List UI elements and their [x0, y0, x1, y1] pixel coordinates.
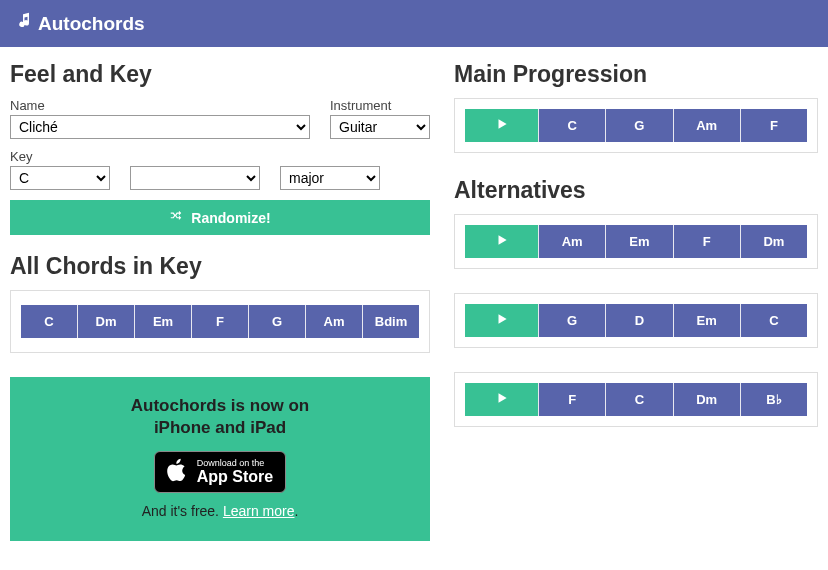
heading-alternatives: Alternatives — [454, 177, 818, 204]
randomize-button[interactable]: Randomize! — [10, 200, 430, 235]
play-button[interactable] — [465, 109, 539, 142]
chord-cell[interactable]: Em — [674, 304, 741, 337]
chord-cell[interactable]: B♭ — [741, 383, 807, 416]
chord-cell[interactable]: C — [606, 383, 673, 416]
brand[interactable]: Autochords — [14, 12, 145, 35]
topbar: Autochords — [0, 0, 828, 47]
chord-cell[interactable]: C — [21, 305, 78, 338]
chord-cell[interactable]: Am — [539, 225, 606, 258]
heading-main-progression: Main Progression — [454, 61, 818, 88]
main-progression-box: CGAmF — [454, 98, 818, 153]
promo-title: Autochords is now on iPhone and iPad — [30, 395, 410, 439]
chord-cell[interactable]: Dm — [78, 305, 135, 338]
chord-cell[interactable]: Em — [606, 225, 673, 258]
select-key-accidental[interactable] — [130, 166, 260, 190]
alternative-progression-box: AmEmFDm — [454, 214, 818, 269]
learn-more-link[interactable]: Learn more — [223, 503, 295, 519]
badge-big-text: App Store — [197, 468, 273, 486]
play-icon — [495, 117, 509, 135]
promo-box: Autochords is now on iPhone and iPad Dow… — [10, 377, 430, 541]
select-name[interactable]: Cliché — [10, 115, 310, 139]
randomize-label: Randomize! — [191, 210, 270, 226]
select-key-root[interactable]: C — [10, 166, 110, 190]
chord-cell[interactable]: F — [741, 109, 807, 142]
chord-cell[interactable]: C — [741, 304, 807, 337]
label-key: Key — [10, 149, 110, 164]
chord-cell[interactable]: G — [539, 304, 606, 337]
apple-icon — [167, 457, 189, 487]
label-instrument: Instrument — [330, 98, 430, 113]
music-note-icon — [14, 12, 32, 35]
chord-cell[interactable]: F — [674, 225, 741, 258]
chord-cell[interactable]: Am — [674, 109, 741, 142]
all-chords-box: CDmEmFGAmBdim — [10, 290, 430, 353]
select-instrument[interactable]: Guitar — [330, 115, 430, 139]
chord-cell[interactable]: C — [539, 109, 606, 142]
chord-cell[interactable]: D — [606, 304, 673, 337]
alternative-progression-box: FCDmB♭ — [454, 372, 818, 427]
chord-cell[interactable]: G — [606, 109, 673, 142]
select-key-mode[interactable]: major — [280, 166, 380, 190]
alternative-progression-box: GDEmC — [454, 293, 818, 348]
chord-cell[interactable]: F — [539, 383, 606, 416]
heading-feel-key: Feel and Key — [10, 61, 430, 88]
play-button[interactable] — [465, 225, 539, 258]
appstore-badge[interactable]: Download on the App Store — [154, 451, 286, 493]
play-icon — [495, 233, 509, 251]
badge-small-text: Download on the — [197, 459, 273, 468]
chord-cell[interactable]: G — [249, 305, 306, 338]
shuffle-icon — [169, 209, 183, 226]
chord-cell[interactable]: Em — [135, 305, 192, 338]
chord-cell[interactable]: Bdim — [363, 305, 419, 338]
play-icon — [495, 312, 509, 330]
promo-subtext: And it's free. Learn more. — [30, 503, 410, 519]
label-name: Name — [10, 98, 310, 113]
chord-cell[interactable]: F — [192, 305, 249, 338]
play-button[interactable] — [465, 383, 539, 416]
heading-all-chords: All Chords in Key — [10, 253, 430, 280]
chord-cell[interactable]: Am — [306, 305, 363, 338]
chord-cell[interactable]: Dm — [741, 225, 807, 258]
chord-cell[interactable]: Dm — [674, 383, 741, 416]
brand-text: Autochords — [38, 13, 145, 35]
play-icon — [495, 391, 509, 409]
play-button[interactable] — [465, 304, 539, 337]
